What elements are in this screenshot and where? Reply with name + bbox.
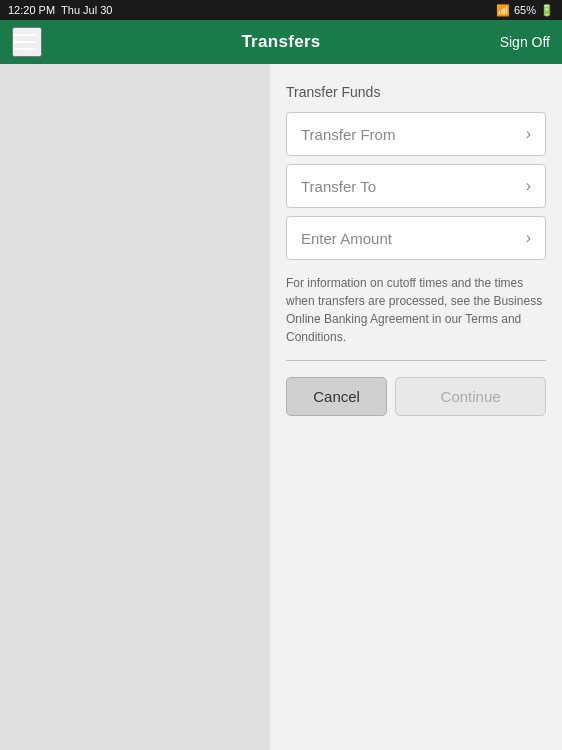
sidebar [0, 64, 270, 750]
section-title: Transfer Funds [286, 84, 546, 100]
info-text: For information on cutoff times and the … [286, 274, 546, 346]
battery-level: 65% [514, 4, 536, 16]
page-title: Transfers [241, 32, 320, 52]
menu-line-1 [14, 34, 36, 36]
transfer-to-field[interactable]: Transfer To › [286, 164, 546, 208]
menu-line-2 [14, 41, 36, 43]
main-content: Transfer Funds Transfer From › Transfer … [270, 64, 562, 750]
nav-bar: Transfers Sign Off [0, 20, 562, 64]
menu-button[interactable] [12, 27, 42, 57]
enter-amount-field[interactable]: Enter Amount › [286, 216, 546, 260]
enter-amount-chevron: › [526, 229, 531, 247]
main-layout: Transfer Funds Transfer From › Transfer … [0, 64, 562, 750]
status-left: 12:20 PM Thu Jul 30 [8, 4, 112, 16]
status-time: 12:20 PM [8, 4, 55, 16]
status-bar: 12:20 PM Thu Jul 30 📶 65% 🔋 [0, 0, 562, 20]
sign-off-button[interactable]: Sign Off [500, 34, 550, 50]
menu-line-3 [14, 48, 36, 50]
status-right: 📶 65% 🔋 [496, 4, 554, 17]
divider [286, 360, 546, 361]
transfer-from-field[interactable]: Transfer From › [286, 112, 546, 156]
transfer-to-chevron: › [526, 177, 531, 195]
cancel-button[interactable]: Cancel [286, 377, 387, 416]
continue-button[interactable]: Continue [395, 377, 546, 416]
transfer-from-chevron: › [526, 125, 531, 143]
transfer-from-label: Transfer From [301, 126, 395, 143]
wifi-icon: 📶 [496, 4, 510, 17]
button-row: Cancel Continue [286, 377, 546, 416]
status-date: Thu Jul 30 [61, 4, 112, 16]
enter-amount-label: Enter Amount [301, 230, 392, 247]
transfer-to-label: Transfer To [301, 178, 376, 195]
battery-icon: 🔋 [540, 4, 554, 17]
